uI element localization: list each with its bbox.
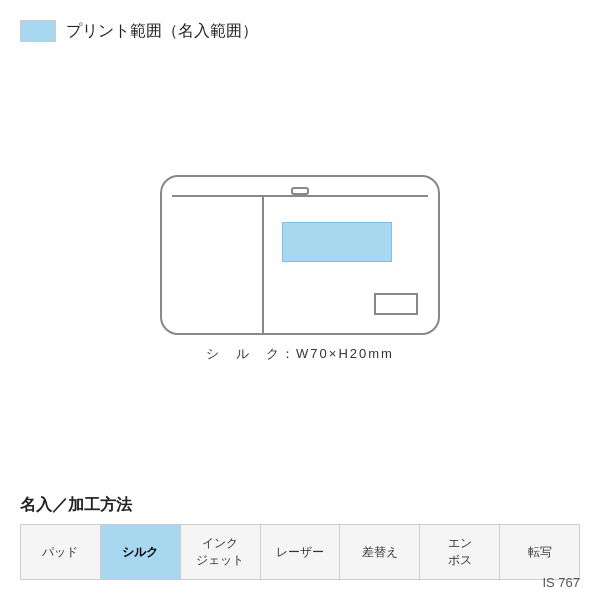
product-id: IS 767 xyxy=(542,575,580,590)
method-section: 名入／加工方法 パッドシルクインク ジェットレーザー差替えエン ボス転写 xyxy=(20,495,580,580)
method-btn-silk[interactable]: シルク xyxy=(101,525,181,579)
method-btn-pad[interactable]: パッド xyxy=(21,525,101,579)
method-title: 名入／加工方法 xyxy=(20,495,580,516)
method-btn-inkjet[interactable]: インク ジェット xyxy=(181,525,261,579)
small-box xyxy=(374,293,418,315)
method-btn-emboss[interactable]: エン ボス xyxy=(420,525,500,579)
legend-color-box xyxy=(20,20,56,42)
zipper-pull xyxy=(291,187,309,195)
legend-label: プリント範囲（名入範囲） xyxy=(66,21,258,42)
method-btn-sasikae[interactable]: 差替え xyxy=(340,525,420,579)
case-outline xyxy=(160,175,440,335)
diagram-area: シ ル ク：W70×H20mm xyxy=(20,62,580,475)
method-btn-laser[interactable]: レーザー xyxy=(261,525,341,579)
product-diagram xyxy=(160,175,440,335)
case-divider xyxy=(262,197,264,333)
dimension-label: シ ル ク：W70×H20mm xyxy=(206,345,394,363)
print-area xyxy=(282,222,392,262)
method-btn-tensya[interactable]: 転写 xyxy=(500,525,579,579)
legend: プリント範囲（名入範囲） xyxy=(20,20,580,42)
method-buttons: パッドシルクインク ジェットレーザー差替えエン ボス転写 xyxy=(20,524,580,580)
